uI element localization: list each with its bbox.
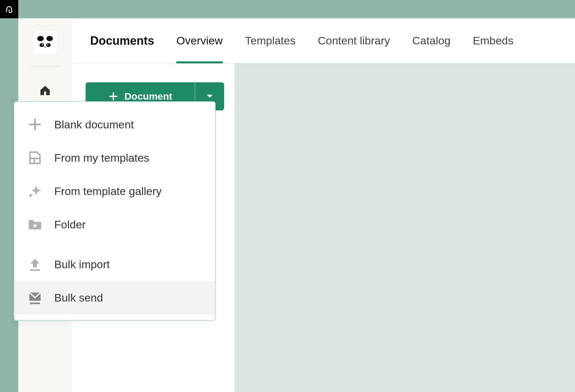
dropdown-item-label: Blank document	[54, 118, 134, 131]
tab-templates[interactable]: Templates	[245, 18, 296, 63]
dropdown-item-bulk-import[interactable]: Bulk import	[14, 248, 215, 281]
dropdown-divider	[14, 241, 215, 248]
main-area: Documents Overview Templates Content lib…	[72, 18, 575, 392]
tab-catalog[interactable]: Catalog	[412, 18, 451, 63]
dropdown-item-folder[interactable]: Folder	[14, 208, 215, 241]
dropdown-item-label: Bulk send	[54, 291, 103, 304]
sparkle-icon	[27, 184, 42, 199]
dropdown-item-label: Folder	[54, 218, 86, 231]
template-icon	[27, 150, 42, 165]
tabs-bar: Documents Overview Templates Content lib…	[72, 18, 575, 63]
caret-down-icon	[206, 94, 213, 99]
new-document-dropdown-menu: Blank document From my templates From te…	[14, 101, 216, 321]
plus-icon	[27, 117, 42, 132]
top-green-bar	[0, 0, 575, 18]
svg-point-4	[42, 44, 43, 45]
new-document-label: Document	[124, 91, 172, 102]
sidebar-divider	[29, 66, 61, 66]
svg-point-3	[46, 43, 51, 47]
dropdown-item-label: Bulk import	[54, 258, 110, 271]
svg-point-0	[37, 36, 44, 41]
dropdown-item-label: From my templates	[54, 152, 149, 164]
plus-icon	[108, 91, 119, 102]
app-logo[interactable]	[33, 31, 57, 54]
svg-point-1	[46, 36, 53, 41]
dropdown-item-label: From template gallery	[54, 185, 162, 198]
mail-icon	[27, 290, 42, 305]
page-title: Documents	[90, 18, 154, 63]
svg-rect-11	[30, 269, 40, 271]
tab-content-library[interactable]: Content library	[318, 18, 390, 63]
home-icon	[39, 84, 51, 97]
right-content-panel	[235, 63, 575, 392]
brand-corner-logo	[0, 0, 18, 18]
upload-icon	[27, 257, 42, 272]
svg-rect-13	[30, 302, 40, 304]
sidebar-item-home[interactable]	[35, 81, 55, 100]
tab-overview[interactable]: Overview	[176, 18, 223, 63]
svg-point-5	[47, 44, 48, 45]
folder-plus-icon	[27, 217, 42, 232]
dropdown-item-from-my-templates[interactable]: From my templates	[14, 141, 215, 174]
dropdown-item-bulk-send[interactable]: Bulk send	[14, 281, 215, 314]
dropdown-item-from-template-gallery[interactable]: From template gallery	[14, 174, 215, 208]
dropdown-item-blank-document[interactable]: Blank document	[14, 108, 215, 141]
svg-point-2	[40, 43, 44, 47]
tab-embeds[interactable]: Embeds	[473, 18, 514, 63]
